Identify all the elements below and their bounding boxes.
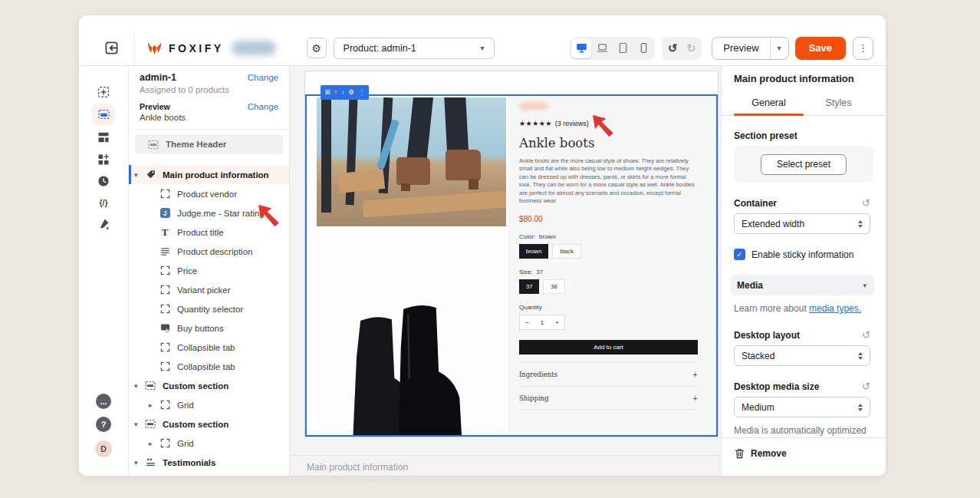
quantity-stepper[interactable]: − 1 + [519,315,565,330]
size-swatch-38[interactable]: 38 [543,279,564,294]
tree-item-custom-section[interactable]: ▾Custom section [129,414,289,434]
block-brackets-icon [160,304,170,314]
tree-item-buy-buttons[interactable]: Buy buttons [129,318,289,338]
caret-down-icon[interactable]: ▾ [134,382,145,390]
template-change-link[interactable]: Change [248,73,278,82]
container-select[interactable]: Extended width [734,213,870,234]
more-actions-button[interactable]: ⋮ [853,37,873,60]
device-laptop-button[interactable] [592,38,612,58]
device-tablet-button[interactable] [613,38,633,58]
sticky-information-checkbox[interactable]: ✓ [734,249,745,260]
reset-icon[interactable]: ↻ [862,329,870,341]
tree-item-grid[interactable]: ▸Grid [129,395,289,414]
remove-section-button[interactable]: Remove [751,448,787,459]
move-up-icon[interactable]: ↑ [334,89,337,96]
tree-item-testimonials[interactable]: ▾Testimonials [129,453,289,472]
tree-item-quantity-selector[interactable]: Quantity selector [129,299,289,318]
rail-design-button[interactable] [92,213,115,235]
redo-button[interactable]: ↻ [682,38,700,58]
foxify-logo: FOXIFY [146,41,224,56]
tree-item-collapsible-tab[interactable]: Collapsible tab [129,338,289,357]
tree-item-label: Buy buttons [177,324,224,333]
tree-item-price[interactable]: Price [129,261,289,280]
block-brackets-icon [160,342,170,352]
preview-product-name: Ankle boots [140,113,278,122]
tree-item-product-title[interactable]: TProduct title [129,223,289,242]
rail-history-button[interactable] [92,170,115,192]
device-desktop-button[interactable] [571,38,591,58]
tree-item-variant-picker[interactable]: Variant picker [129,280,289,299]
quantity-minus-button[interactable]: − [525,319,529,326]
collapsible-tab-shipping[interactable]: Shipping+ [519,386,698,410]
reset-icon[interactable]: ↻ [862,381,870,392]
rail-add-section-button[interactable] [92,81,115,103]
judgeme-icon: J [160,208,170,218]
exit-editor-button[interactable] [102,39,120,58]
laptop-icon [597,42,608,54]
screenshot-root: FOXIFY ⚙ Product: admin-1 ▾ [0,0,980,498]
rail-help-button[interactable]: ? [92,414,115,435]
caret-down-icon[interactable]: ▾ [134,171,145,179]
rail-code-button[interactable]: {/} [92,192,115,213]
select-arrows-icon [858,220,863,228]
caret-right-icon[interactable]: ▸ [149,401,159,409]
chevron-down-icon: ▾ [481,44,485,52]
size-swatch-37[interactable]: 37 [519,279,539,294]
page-settings-button[interactable]: ⚙ [307,38,327,58]
help-icon: ? [96,417,111,432]
undo-button[interactable]: ↺ [663,38,682,58]
selected-section-outline[interactable]: ★★★★★ (3 reviews) Ankle boots Ankle boot… [305,94,718,437]
rail-layouts-button[interactable] [92,127,115,148]
tree-item-label: Product title [177,228,224,237]
tag-icon [146,170,156,180]
quantity-plus-button[interactable]: + [555,319,559,326]
preview-change-link[interactable]: Change [248,102,278,111]
tree-item-collapsible-tab[interactable]: Collapsible tab [129,357,289,376]
tab-general[interactable]: General [734,92,804,115]
rail-chat-button[interactable]: ... [92,391,115,412]
avatar: D [95,440,112,457]
caret-right-icon[interactable]: ▸ [149,440,159,447]
review-summary[interactable]: ★★★★★ (3 reviews) [519,120,698,127]
device-mobile-button[interactable] [633,38,653,58]
product-selector[interactable]: Product: admin-1 ▾ [334,38,495,59]
tree-item-grid[interactable]: ▸Grid [129,434,289,453]
rail-add-blocks-button[interactable] [92,149,115,170]
tree-item-product-vendor[interactable]: Product vendor [129,184,289,203]
reset-icon[interactable]: ↻ [862,197,870,209]
select-preset-button[interactable]: Select preset [761,154,847,175]
preview-button[interactable]: Preview [712,42,769,54]
tree-item-judge-me-star-rating[interactable]: JJudge.me - Star rating [129,203,289,223]
save-button[interactable]: Save [795,37,846,60]
product-title: Ankle boots [519,136,698,150]
sticky-information-label: Enable sticky information [751,249,853,260]
color-swatch-brown[interactable]: brown [519,244,548,259]
desktop-layout-select[interactable]: Stacked [734,345,870,366]
preview-dropdown-button[interactable]: ▾ [771,44,788,52]
tree-item-custom-section[interactable]: ▾Custom section [129,376,289,395]
section-settings-icon[interactable]: ⚙ [348,89,354,96]
media-types-link[interactable]: media types. [809,303,861,314]
collapsible-tab-ingredients[interactable]: Ingredients+ [519,362,698,386]
add-to-cart-button[interactable]: Add to cart [519,340,698,355]
tab-styles[interactable]: Styles [804,92,873,115]
tree-item-label: Custom section [163,381,229,391]
color-swatch-black[interactable]: black [552,244,581,259]
section-select-icon[interactable]: ⊞ [325,89,331,96]
rail-account-avatar[interactable]: D [92,438,115,460]
product-photo-lifestyle[interactable] [317,97,506,226]
theme-header-item[interactable]: Theme Header [135,134,283,154]
desktop-media-size-select[interactable]: Medium [734,397,870,417]
gear-icon: ⚙ [311,42,321,54]
media-group-header[interactable]: Media ▾ [731,275,874,295]
section-more-icon[interactable]: ⋮ [358,89,365,96]
rail-sections-button[interactable] [92,104,115,125]
product-photo-boots[interactable] [317,234,506,437]
move-down-icon[interactable]: ↓ [341,89,344,96]
tree-item-main-product-information[interactable]: ▾Main product information [129,165,289,184]
caret-down-icon[interactable]: ▾ [134,420,145,428]
caret-down-icon[interactable]: ▾ [134,459,145,467]
template-name: admin-1 [140,72,176,83]
tree-item-product-description[interactable]: Product description [129,242,289,261]
left-icon-rail: {/} ... ? D [79,66,129,476]
